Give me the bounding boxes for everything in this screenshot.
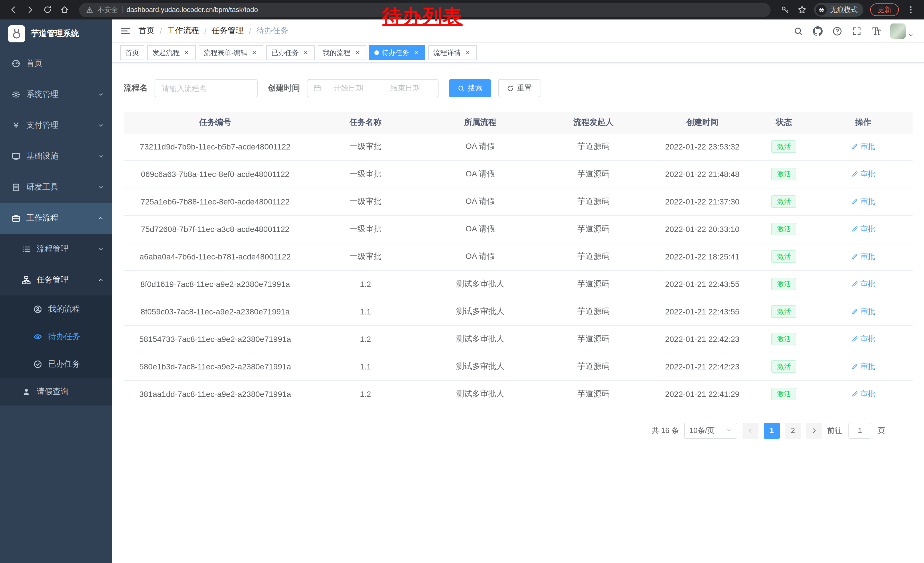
tabs-bar: 首页 发起流程 × 流程表单-编辑 × 已办任务 × 我的流程 × 待办任务 ×… [112,43,924,63]
reset-button[interactable]: 重置 [498,79,540,98]
process-name-input[interactable] [154,79,258,98]
clipboard-icon [12,183,21,192]
tab-item[interactable]: 首页 [120,45,144,60]
tab-close-icon[interactable]: × [412,49,420,57]
help-icon[interactable] [832,26,842,36]
browser-menu-icon[interactable] [903,2,918,17]
table-header-row: 任务编号 任务名称 所属流程 流程发起人 创建时间 状态 操作 [124,112,912,133]
sidebar-item-infrastructure[interactable]: 基础设施 [0,141,112,172]
breadcrumb-task-mgmt[interactable]: 任务管理 [212,26,244,36]
next-page-button[interactable] [806,422,822,438]
fullscreen-icon[interactable] [851,26,862,36]
tab-item[interactable]: 流程详情 × [428,45,477,60]
approve-link[interactable]: 审批 [851,279,875,289]
prev-page-button[interactable] [742,422,759,438]
search-icon[interactable] [793,26,803,36]
sidebar-item-label: 支付管理 [26,120,58,131]
breadcrumb-separator: / [160,26,162,36]
chevron-down-icon [98,184,104,191]
sidebar-item-my-process[interactable]: 我的流程 [0,296,112,323]
tab-item[interactable]: 发起流程 × [147,45,196,60]
page-number-2[interactable]: 2 [785,422,801,438]
tab-close-icon[interactable]: × [183,49,190,57]
task-name-cell: 1.1 [307,298,424,325]
browser-back-icon[interactable] [6,2,21,17]
task-id-cell: 75d72608-7b7f-11ec-a3c8-acde48001122 [124,215,307,243]
sidebar-item-done-tasks[interactable]: 已办任务 [0,350,112,378]
task-id-cell: 58154733-7ac8-11ec-a9e2-a2380e71991a [124,325,307,353]
sidebar-item-label: 请假查询 [37,387,69,397]
approve-link[interactable]: 审批 [851,169,875,179]
sidebar-item-label: 待办任务 [48,332,80,342]
search-button[interactable]: 搜索 [449,79,491,98]
approve-link[interactable]: 审批 [851,334,875,344]
sidebar-item-label: 已办任务 [48,359,80,369]
status-cell: 激活 [754,215,814,243]
sidebar-item-label: 系统管理 [26,89,58,100]
process-cell: 测试多审批人 [424,325,536,353]
tab-item[interactable]: 我的流程 × [318,45,366,60]
approve-link[interactable]: 审批 [851,224,875,234]
tab-close-icon[interactable]: × [353,49,361,57]
font-size-icon[interactable] [871,26,881,36]
process-cell: 测试多审批人 [424,380,536,408]
sidebar-item-label: 任务管理 [37,275,69,285]
goto-page-input[interactable] [848,422,872,438]
sidebar-item-task-mgmt[interactable]: 任务管理 [0,264,112,296]
github-icon[interactable] [812,26,823,36]
app-logo[interactable]: 芋道管理系统 [0,20,112,48]
table-body: 73211d9d-7b9b-11ec-b5b7-acde48001122 一级审… [124,133,912,408]
approve-label: 审批 [861,389,875,399]
browser-home-icon[interactable] [57,2,72,17]
tab-close-icon[interactable]: × [302,49,310,57]
breadcrumb-home[interactable]: 首页 [138,26,154,36]
sidebar-item-leave-query[interactable]: 请假查询 [0,378,112,405]
sidebar-item-home[interactable]: 首页 [0,48,112,79]
page-number-1[interactable]: 1 [764,422,780,438]
date-range-picker[interactable]: 开始日期 - 结束日期 [307,79,438,98]
status-badge: 激活 [771,305,796,318]
browser-forward-icon[interactable] [23,2,38,17]
sidebar-item-payment-mgmt[interactable]: ¥ 支付管理 [0,110,112,141]
tab-item[interactable]: 待办任务 × [369,45,425,60]
approve-link[interactable]: 审批 [851,362,875,372]
tab-close-icon[interactable]: × [250,49,258,57]
task-name-cell: 一级审批 [307,161,424,188]
task-id-cell: 069c6a63-7b8a-11ec-8ef0-acde48001122 [124,161,307,188]
table-row: 8f0d1619-7ac8-11ec-a9e2-a2380e71991a 1.2… [124,270,912,298]
bookmark-star-icon[interactable] [795,2,810,17]
column-header-initiator: 流程发起人 [536,112,651,133]
sidebar-menu: 首页 系统管理 ¥ 支付管理 基础设施 [0,48,112,405]
approve-link[interactable]: 审批 [851,141,875,152]
status-badge: 激活 [771,333,796,345]
sidebar-item-workflow[interactable]: 工作流程 [0,203,112,234]
user-avatar[interactable] [890,23,914,39]
tab-label: 我的流程 [323,48,350,57]
approve-link[interactable]: 审批 [851,306,875,317]
approve-label: 审批 [861,334,875,344]
update-button[interactable]: 更新 [870,3,899,16]
sidebar-item-process-mgmt[interactable]: 流程管理 [0,234,112,264]
key-icon[interactable] [777,2,792,17]
tab-close-icon[interactable]: × [464,49,472,57]
sidebar-item-todo-tasks[interactable]: 待办任务 [0,323,112,350]
breadcrumb-workflow[interactable]: 工作流程 [167,26,199,36]
task-name-cell: 一级审批 [307,243,424,270]
page-size-select[interactable]: 10条/页 [684,422,737,438]
approve-link[interactable]: 审批 [851,251,875,262]
task-name-cell: 1.2 [307,325,424,353]
task-id-cell: 381aa1dd-7ac8-11ec-a9e2-a2380e71991a [124,380,307,408]
status-badge: 激活 [771,278,796,290]
edit-pencil-icon [851,253,858,260]
sidebar-item-dev-tools[interactable]: 研发工具 [0,172,112,203]
action-cell: 审批 [814,380,912,408]
browser-reload-icon[interactable] [40,2,55,17]
task-id-cell: 8f059c03-7ac8-11ec-a9e2-a2380e71991a [124,298,307,325]
edit-pencil-icon [851,198,858,205]
approve-link[interactable]: 审批 [851,389,875,399]
tab-item[interactable]: 流程表单-编辑 × [199,45,263,60]
approve-link[interactable]: 审批 [851,197,875,207]
tab-item[interactable]: 已办任务 × [266,45,315,60]
hamburger-icon[interactable] [112,26,138,36]
sidebar-item-system-mgmt[interactable]: 系统管理 [0,79,112,110]
